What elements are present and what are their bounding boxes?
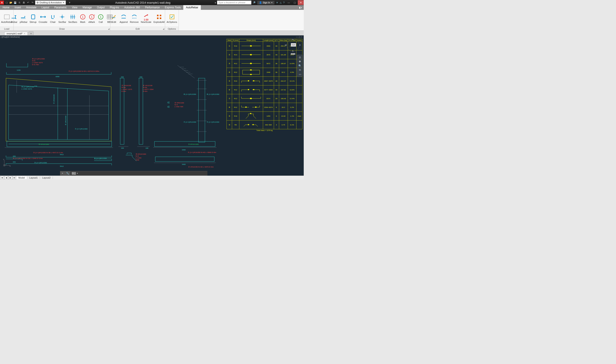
viewport-close-icon[interactable]: × (301, 36, 303, 38)
undo-icon[interactable]: ↶ (26, 1, 30, 4)
layout-tab-layout2[interactable]: Layout2 (40, 176, 53, 179)
save-icon[interactable]: 💾 (13, 1, 17, 4)
exchange-icon[interactable]: ✕ (276, 1, 278, 4)
ribbon-tabs: HomeInsertAnnotateLayoutParametricViewMa… (0, 5, 304, 10)
next-layout-icon[interactable]: ▶ (8, 176, 12, 180)
a360-icon[interactable]: △ (280, 1, 281, 4)
viewport-min-icon[interactable]: — (296, 36, 298, 38)
tab-autorebar[interactable]: AutoRebar (183, 5, 201, 10)
remove-button[interactable]: Remove (129, 13, 139, 24)
app-menu-icon[interactable]: A (0, 1, 4, 4)
rebar-schedule-table: MarkΦ [mm]Shape [mm]Length [mm]QTYMass [… (227, 39, 302, 131)
minimize-button[interactable]: — (286, 0, 292, 5)
secbars-button[interactable]: SecBars (67, 13, 78, 24)
cmd-close-icon[interactable]: × (60, 171, 65, 175)
viewport-max-icon[interactable]: ▢ (299, 36, 301, 38)
svg-text:⑨ 6Φ16/1000: ⑨ 6Φ16/1000 (136, 153, 146, 155)
last-layout-icon[interactable]: ⏭ (13, 176, 16, 180)
tab-insert[interactable]: Insert (12, 5, 24, 10)
tab-autodesk-360[interactable]: Autodesk 360 (122, 5, 142, 10)
layout-tab-layout1[interactable]: Layout1 (27, 176, 40, 179)
svg-point-1 (15, 18, 16, 19)
svg-rect-25 (160, 17, 161, 19)
cmd-customize-icon[interactable]: 🔧 (65, 171, 70, 175)
open-icon[interactable]: 📂 (9, 1, 13, 4)
featured-apps-icon[interactable]: ◧▪ (297, 5, 304, 10)
steering-wheel-icon[interactable]: ◎ (299, 56, 301, 59)
svg-text:200: 200 (121, 147, 124, 149)
svg-text:① (1+1)Φ16/200  N=40  L=3966  : ① (1+1)Φ16/200 N=40 L=3966 E=6m (188, 151, 216, 153)
mark-icon: 1 (79, 13, 86, 20)
tab-performance[interactable]: Performance (142, 5, 162, 10)
svg-rect-2 (31, 15, 35, 19)
pan-icon[interactable]: ✥ (299, 60, 301, 63)
tab-parametric[interactable]: Parametric (52, 5, 69, 10)
panel-expand-icon[interactable]: ◢ (108, 28, 110, 30)
newscale-icon: 1:50 (143, 13, 150, 20)
secbar-button[interactable]: SecBar (57, 13, 67, 24)
svg-text:N=4: N=4 (175, 104, 178, 106)
layout-tab-model[interactable]: Model (16, 176, 27, 179)
svg-text:374: 374 (34, 85, 37, 87)
svg-text:1: 1 (91, 15, 93, 19)
chair-button[interactable]: Chair (49, 13, 57, 24)
svg-text:⑨ 6Φ16/1000: ⑨ 6Φ16/1000 (188, 143, 199, 145)
maximize-button[interactable]: ▢ (292, 0, 298, 5)
emark-button[interactable]: 1eeMark (87, 13, 96, 24)
saveas-icon[interactable]: ⎘ (17, 1, 21, 4)
call-button[interactable]: 1Call (96, 13, 105, 24)
aroptions-button[interactable]: ArOptions (166, 13, 178, 24)
crosstie-button[interactable]: Crosstie (38, 13, 48, 24)
svg-text:L=1594~6374: L=1594~6374 (21, 88, 32, 90)
new-icon[interactable]: ▢ (5, 1, 9, 4)
stirrup-icon (30, 13, 37, 20)
prev-layout-icon[interactable]: ◀ (4, 176, 8, 180)
infocenter-search[interactable]: Type a keyword or phrase (217, 1, 251, 4)
view-cube[interactable]: TOP N S E W WCS (287, 39, 300, 52)
mark-button[interactable]: 1Mark (79, 13, 87, 24)
rebar-button[interactable]: Rebar (10, 13, 18, 24)
command-line[interactable]: × 🔧 ▷_ ▾ (60, 171, 207, 176)
navigation-bar[interactable]: ◎ ✥ 🔍 ⟲ ▭ (297, 55, 303, 77)
workspace-selector[interactable]: ⚙ Drafting & Annotation ▼ (35, 0, 66, 5)
svg-text:⑦ (1+1)Φ12/200: ⑦ (1+1)Φ12/200 (207, 121, 219, 123)
tab-plug-ins[interactable]: Plug-ins (107, 5, 122, 10)
prebar-button[interactable]: pRebar (19, 13, 28, 24)
drawing-content: 1228 ⑧ (1+1)Φ12/200 N=8 L=1594~6374 E=0.… (0, 36, 231, 174)
edit-button[interactable]: Edit (110, 13, 118, 24)
showmotion-icon[interactable]: ▭ (299, 73, 301, 76)
schedule-row: ③Φ12597236190.8714.9% (227, 59, 302, 68)
zoom-icon[interactable]: 🔍 (298, 64, 301, 67)
tab-express-tools[interactable]: Express Tools (162, 5, 183, 10)
sign-in-button[interactable]: 👤 Sign In ▼ (257, 1, 274, 4)
newscale-button[interactable]: 1:50NewScale (140, 13, 152, 24)
explodeall-button[interactable]: ExplodeAll (153, 13, 165, 24)
svg-text:⑦ (1+1)Φ12/200: ⑦ (1+1)Φ12/200 (75, 128, 88, 130)
emark-icon: 1e (88, 13, 95, 20)
svg-text:1: 1 (82, 15, 84, 19)
tab-annotate[interactable]: Annotate (24, 5, 39, 10)
panel-expand-icon[interactable]: ◢ (163, 28, 164, 30)
tab-layout[interactable]: Layout (39, 5, 52, 10)
close-button[interactable]: ✕ (298, 0, 304, 5)
tab-home[interactable]: Home (0, 5, 12, 10)
help-icon[interactable]: ? (283, 1, 285, 4)
binoculars-icon[interactable]: 🔎 (253, 1, 256, 4)
orbit-icon[interactable]: ⟲ (299, 69, 301, 72)
stirrup-button[interactable]: Stirrup (29, 13, 37, 24)
first-layout-icon[interactable]: ⏮ (0, 176, 4, 180)
svg-text:L=1594~6374: L=1594~6374 (32, 62, 43, 64)
options-icon (168, 13, 175, 20)
close-tab-icon[interactable]: × (24, 32, 25, 35)
tab-view[interactable]: View (69, 5, 80, 10)
tab-output[interactable]: Output (94, 5, 107, 10)
tab-manage[interactable]: Manage (80, 5, 94, 10)
new-tab-button[interactable]: + (28, 31, 34, 35)
svg-text:⑧ (1+1)Φ12/200: ⑧ (1+1)Φ12/200 (207, 93, 219, 95)
print-icon[interactable]: 🖶 (22, 1, 26, 4)
file-tab[interactable]: example1-wall* × (4, 32, 27, 35)
append-button[interactable]: Append (119, 13, 129, 24)
drawing-canvas[interactable]: — ▢ × [-][Top][2D Wireframe] 1228 ⑧ (1+1… (0, 36, 304, 176)
svg-text:Y: Y (3, 158, 4, 161)
redo-icon[interactable]: ↷ (30, 1, 34, 4)
